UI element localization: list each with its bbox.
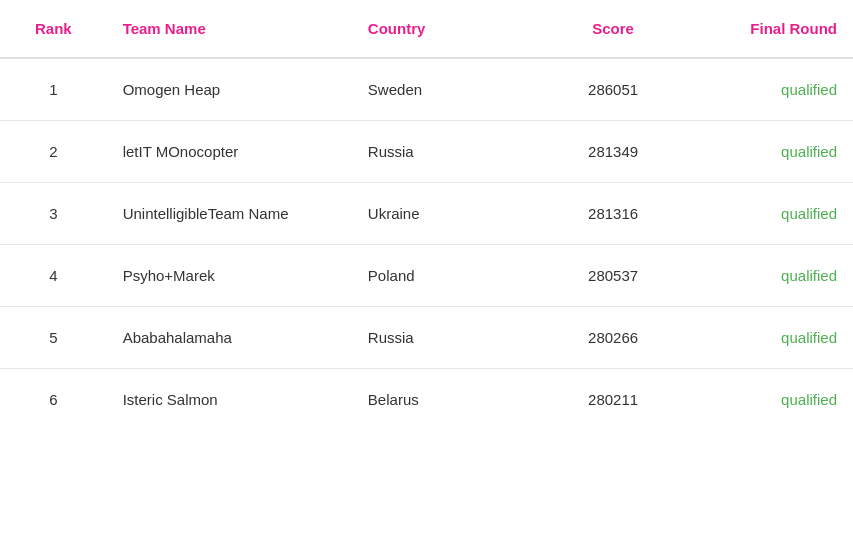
final-round-cell: qualified <box>682 58 853 121</box>
team-name-cell: Ababahalamaha <box>107 307 352 369</box>
table-row: 6Isteric SalmonBelarus280211qualified <box>0 369 853 431</box>
country-cell: Russia <box>352 307 544 369</box>
table-row: 1Omogen HeapSweden286051qualified <box>0 58 853 121</box>
rank-cell: 3 <box>0 183 107 245</box>
score-cell: 280211 <box>544 369 683 431</box>
country-cell: Sweden <box>352 58 544 121</box>
score-cell: 281349 <box>544 121 683 183</box>
country-cell: Ukraine <box>352 183 544 245</box>
final-round-cell: qualified <box>682 245 853 307</box>
final-round-cell: qualified <box>682 121 853 183</box>
team-name-cell: Omogen Heap <box>107 58 352 121</box>
rank-cell: 6 <box>0 369 107 431</box>
final-round-cell: qualified <box>682 369 853 431</box>
final-round-header: Final Round <box>682 0 853 58</box>
team-name-cell: Isteric Salmon <box>107 369 352 431</box>
team-name-cell: UnintelligibleTeam Name <box>107 183 352 245</box>
score-cell: 286051 <box>544 58 683 121</box>
country-header: Country <box>352 0 544 58</box>
table-row: 5AbabahalamahaRussia280266qualified <box>0 307 853 369</box>
table-row: 4Psyho+MarekPoland280537qualified <box>0 245 853 307</box>
final-round-cell: qualified <box>682 183 853 245</box>
rank-cell: 4 <box>0 245 107 307</box>
team-name-header: Team Name <box>107 0 352 58</box>
country-cell: Poland <box>352 245 544 307</box>
score-cell: 281316 <box>544 183 683 245</box>
rank-cell: 5 <box>0 307 107 369</box>
country-cell: Russia <box>352 121 544 183</box>
team-name-cell: letIT MOnocopter <box>107 121 352 183</box>
score-header: Score <box>544 0 683 58</box>
rank-cell: 1 <box>0 58 107 121</box>
table-header-row: Rank Team Name Country Score Final Round <box>0 0 853 58</box>
leaderboard-table: Rank Team Name Country Score Final Round… <box>0 0 853 430</box>
score-cell: 280537 <box>544 245 683 307</box>
leaderboard-table-container: Rank Team Name Country Score Final Round… <box>0 0 853 430</box>
final-round-cell: qualified <box>682 307 853 369</box>
table-row: 3UnintelligibleTeam NameUkraine281316qua… <box>0 183 853 245</box>
score-cell: 280266 <box>544 307 683 369</box>
rank-cell: 2 <box>0 121 107 183</box>
country-cell: Belarus <box>352 369 544 431</box>
team-name-cell: Psyho+Marek <box>107 245 352 307</box>
rank-header: Rank <box>0 0 107 58</box>
table-row: 2letIT MOnocopterRussia281349qualified <box>0 121 853 183</box>
